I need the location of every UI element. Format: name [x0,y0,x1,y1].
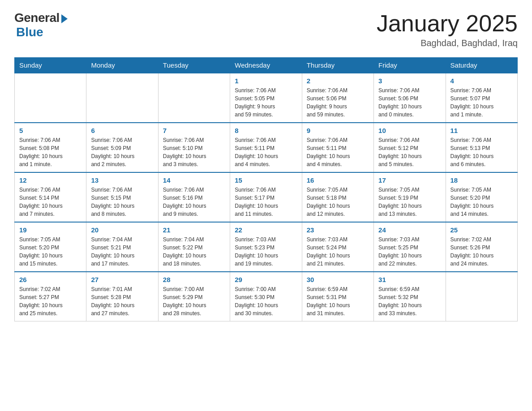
calendar-cell: 16Sunrise: 7:05 AMSunset: 5:18 PMDayligh… [302,172,373,222]
day-info: Sunrise: 7:03 AMSunset: 5:25 PMDaylight:… [378,235,441,268]
calendar-cell: 17Sunrise: 7:05 AMSunset: 5:19 PMDayligh… [374,172,446,222]
day-info: Sunrise: 7:02 AMSunset: 5:27 PMDaylight:… [19,285,82,317]
day-info: Sunrise: 7:05 AMSunset: 5:20 PMDaylight:… [19,235,82,268]
calendar-cell: 14Sunrise: 7:06 AMSunset: 5:16 PMDayligh… [158,172,230,222]
day-number: 6 [91,127,153,134]
day-info: Sunrise: 7:06 AMSunset: 5:05 PMDaylight:… [235,86,297,119]
day-number: 28 [163,276,225,283]
page-subtitle: Baghdad, Baghdad, Iraq [377,38,518,48]
calendar-cell: 13Sunrise: 7:06 AMSunset: 5:15 PMDayligh… [86,172,158,222]
day-number: 14 [163,176,225,184]
day-info: Sunrise: 7:03 AMSunset: 5:23 PMDaylight:… [235,235,297,268]
day-header-monday: Monday [86,58,158,73]
day-number: 15 [235,176,297,184]
day-number: 18 [450,176,513,184]
day-number: 11 [450,127,513,134]
day-info: Sunrise: 7:04 AMSunset: 5:21 PMDaylight:… [91,235,153,268]
day-header-friday: Friday [374,58,446,73]
calendar-cell: 29Sunrise: 7:00 AMSunset: 5:30 PMDayligh… [230,272,302,321]
day-info: Sunrise: 7:06 AMSunset: 5:17 PMDaylight:… [235,186,297,218]
calendar-cell: 21Sunrise: 7:04 AMSunset: 5:22 PMDayligh… [158,222,230,272]
day-info: Sunrise: 7:06 AMSunset: 5:14 PMDaylight:… [19,186,82,218]
day-number: 4 [450,77,513,85]
logo-arrow-icon [61,14,68,23]
logo-general-text: General [14,11,60,25]
calendar-table: SundayMondayTuesdayWednesdayThursdayFrid… [14,57,518,321]
calendar-cell: 19Sunrise: 7:05 AMSunset: 5:20 PMDayligh… [15,222,86,272]
calendar-cell [86,73,158,123]
calendar-cell: 7Sunrise: 7:06 AMSunset: 5:10 PMDaylight… [158,123,230,172]
day-info: Sunrise: 7:06 AMSunset: 5:11 PMDaylight:… [307,136,369,168]
calendar-cell: 24Sunrise: 7:03 AMSunset: 5:25 PMDayligh… [374,222,446,272]
day-info: Sunrise: 7:00 AMSunset: 5:30 PMDaylight:… [235,285,297,317]
calendar-cell: 9Sunrise: 7:06 AMSunset: 5:11 PMDaylight… [302,123,373,172]
day-number: 27 [91,276,153,283]
day-number: 16 [307,176,369,184]
day-number: 7 [163,127,225,134]
day-info: Sunrise: 7:05 AMSunset: 5:18 PMDaylight:… [307,186,369,218]
day-info: Sunrise: 7:04 AMSunset: 5:22 PMDaylight:… [163,235,225,268]
day-info: Sunrise: 6:59 AMSunset: 5:31 PMDaylight:… [307,285,369,317]
page-header: General Blue January 2025 Baghdad, Baghd… [14,11,518,48]
calendar-cell: 22Sunrise: 7:03 AMSunset: 5:23 PMDayligh… [230,222,302,272]
day-info: Sunrise: 7:03 AMSunset: 5:24 PMDaylight:… [307,235,369,268]
day-number: 19 [19,226,82,234]
calendar-cell: 20Sunrise: 7:04 AMSunset: 5:21 PMDayligh… [86,222,158,272]
calendar-header-row: SundayMondayTuesdayWednesdayThursdayFrid… [15,58,518,73]
day-info: Sunrise: 7:01 AMSunset: 5:28 PMDaylight:… [91,285,153,317]
day-number: 22 [235,226,297,234]
calendar-cell: 30Sunrise: 6:59 AMSunset: 5:31 PMDayligh… [302,272,373,321]
calendar-cell: 28Sunrise: 7:00 AMSunset: 5:29 PMDayligh… [158,272,230,321]
calendar-cell [15,73,86,123]
day-info: Sunrise: 7:06 AMSunset: 5:15 PMDaylight:… [91,186,153,218]
day-info: Sunrise: 7:02 AMSunset: 5:26 PMDaylight:… [450,235,513,268]
day-number: 25 [450,226,513,234]
day-info: Sunrise: 7:00 AMSunset: 5:29 PMDaylight:… [163,285,225,317]
day-number: 13 [91,176,153,184]
day-info: Sunrise: 7:05 AMSunset: 5:20 PMDaylight:… [450,186,513,218]
calendar-cell: 26Sunrise: 7:02 AMSunset: 5:27 PMDayligh… [15,272,86,321]
day-info: Sunrise: 7:06 AMSunset: 5:16 PMDaylight:… [163,186,225,218]
week-row-4: 19Sunrise: 7:05 AMSunset: 5:20 PMDayligh… [15,222,518,272]
day-header-thursday: Thursday [302,58,373,73]
day-info: Sunrise: 7:06 AMSunset: 5:12 PMDaylight:… [378,136,441,168]
calendar-cell: 1Sunrise: 7:06 AMSunset: 5:05 PMDaylight… [230,73,302,123]
title-area: January 2025 Baghdad, Baghdad, Iraq [377,11,518,48]
week-row-3: 12Sunrise: 7:06 AMSunset: 5:14 PMDayligh… [15,172,518,222]
calendar-cell: 6Sunrise: 7:06 AMSunset: 5:09 PMDaylight… [86,123,158,172]
day-info: Sunrise: 7:06 AMSunset: 5:11 PMDaylight:… [235,136,297,168]
calendar-cell: 8Sunrise: 7:06 AMSunset: 5:11 PMDaylight… [230,123,302,172]
day-number: 29 [235,276,297,283]
calendar-cell: 27Sunrise: 7:01 AMSunset: 5:28 PMDayligh… [86,272,158,321]
calendar-cell: 11Sunrise: 7:06 AMSunset: 5:13 PMDayligh… [446,123,517,172]
week-row-5: 26Sunrise: 7:02 AMSunset: 5:27 PMDayligh… [15,272,518,321]
calendar-cell: 3Sunrise: 7:06 AMSunset: 5:06 PMDaylight… [374,73,446,123]
day-number: 24 [378,226,441,234]
day-number: 2 [307,77,369,85]
calendar-cell [446,272,517,321]
calendar-cell: 18Sunrise: 7:05 AMSunset: 5:20 PMDayligh… [446,172,517,222]
calendar-cell: 5Sunrise: 7:06 AMSunset: 5:08 PMDaylight… [15,123,86,172]
day-header-tuesday: Tuesday [158,58,230,73]
calendar-cell: 31Sunrise: 6:59 AMSunset: 5:32 PMDayligh… [374,272,446,321]
day-number: 21 [163,226,225,234]
calendar-cell: 2Sunrise: 7:06 AMSunset: 5:06 PMDaylight… [302,73,373,123]
day-info: Sunrise: 7:06 AMSunset: 5:06 PMDaylight:… [307,86,369,119]
day-info: Sunrise: 7:06 AMSunset: 5:10 PMDaylight:… [163,136,225,168]
day-info: Sunrise: 7:06 AMSunset: 5:08 PMDaylight:… [19,136,82,168]
day-info: Sunrise: 6:59 AMSunset: 5:32 PMDaylight:… [378,285,441,317]
calendar-cell [158,73,230,123]
day-header-sunday: Sunday [15,58,86,73]
day-info: Sunrise: 7:05 AMSunset: 5:19 PMDaylight:… [378,186,441,218]
day-number: 31 [378,276,441,283]
day-number: 1 [235,77,297,85]
calendar-cell: 25Sunrise: 7:02 AMSunset: 5:26 PMDayligh… [446,222,517,272]
day-number: 17 [378,176,441,184]
day-number: 8 [235,127,297,134]
day-header-saturday: Saturday [446,58,517,73]
day-info: Sunrise: 7:06 AMSunset: 5:09 PMDaylight:… [91,136,153,168]
day-number: 10 [378,127,441,134]
logo: General Blue [14,11,68,39]
day-info: Sunrise: 7:06 AMSunset: 5:13 PMDaylight:… [450,136,513,168]
calendar-cell: 12Sunrise: 7:06 AMSunset: 5:14 PMDayligh… [15,172,86,222]
